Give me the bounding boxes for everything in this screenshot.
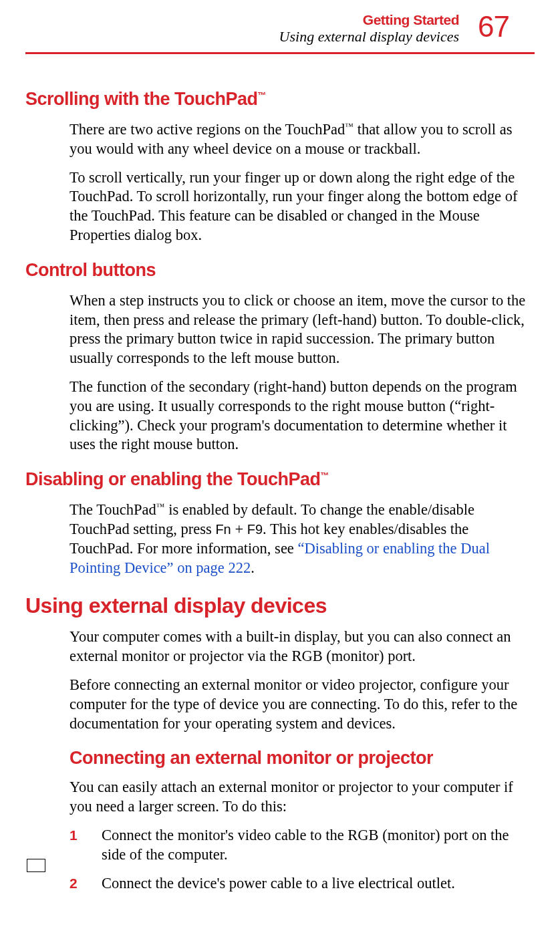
body-paragraph: When a step instructs you to click or ch…	[69, 291, 535, 368]
body-paragraph: To scroll vertically, run your finger up…	[69, 168, 535, 245]
header-text-block: Getting Started Using external display d…	[279, 12, 459, 45]
step-text: Connect the device's power cable to a li…	[102, 874, 455, 894]
monitor-icon	[27, 859, 45, 872]
heading-connecting-monitor: Connecting an external monitor or projec…	[69, 748, 535, 769]
numbered-steps: 1 Connect the monitor's video cable to t…	[69, 826, 535, 893]
chapter-title: Getting Started	[279, 12, 459, 28]
step-number: 1	[69, 826, 102, 843]
step-item: 2 Connect the device's power cable to a …	[69, 874, 535, 894]
trademark-symbol: ™	[156, 501, 165, 511]
step-text: Connect the monitor's video cable to the…	[102, 826, 535, 865]
body-paragraph: There are two active regions on the Touc…	[69, 120, 535, 159]
text-fragment: The TouchPad	[69, 501, 156, 518]
heading-control-buttons: Control buttons	[25, 260, 535, 281]
body-paragraph: Your computer comes with a built-in disp…	[69, 628, 535, 666]
trademark-symbol: ™	[321, 470, 329, 481]
header-row: Getting Started Using external display d…	[25, 12, 509, 45]
text-fragment: There are two active regions on the Touc…	[69, 121, 345, 138]
body-paragraph: The function of the secondary (right-han…	[69, 378, 535, 454]
key-label: Fn	[215, 522, 231, 537]
key-label: F9	[247, 522, 263, 537]
page-number: 67	[478, 12, 509, 41]
trademark-symbol: ™	[258, 90, 267, 100]
heading-text: Disabling or enabling the TouchPad	[25, 469, 321, 489]
step-item: 1 Connect the monitor's video cable to t…	[69, 826, 535, 865]
text-fragment: .	[251, 559, 255, 576]
text-fragment: +	[231, 521, 247, 537]
body-paragraph: You can easily attach an external monito…	[69, 778, 535, 817]
heading-scrolling-touchpad: Scrolling with the TouchPad™	[25, 89, 535, 110]
step-number: 2	[69, 874, 102, 892]
page-header: Getting Started Using external display d…	[25, 0, 535, 54]
heading-text: Scrolling with the TouchPad	[25, 89, 258, 109]
body-paragraph: The TouchPad™ is enabled by default. To …	[69, 501, 535, 577]
trademark-symbol: ™	[345, 121, 354, 131]
heading-disabling-touchpad: Disabling or enabling the TouchPad™	[25, 469, 535, 490]
page-content: Scrolling with the TouchPad™ There are t…	[0, 54, 560, 893]
body-paragraph: Before connecting an external monitor or…	[69, 676, 535, 733]
chapter-subtitle: Using external display devices	[279, 28, 459, 45]
heading-external-display: Using external display devices	[25, 593, 535, 618]
